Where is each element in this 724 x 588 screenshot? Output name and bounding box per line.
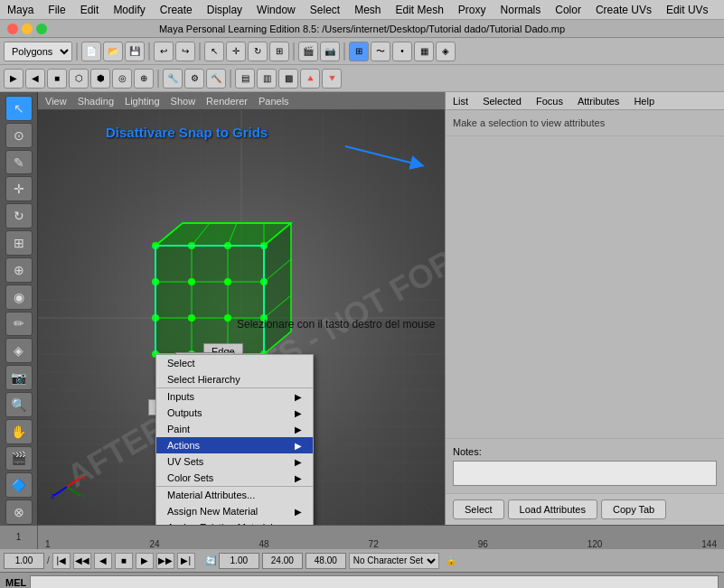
step-fwd-btn[interactable]: ▶▶ <box>156 553 174 569</box>
paint-sel-tool[interactable]: ✎ <box>5 150 33 175</box>
current-time-input[interactable] <box>4 553 44 569</box>
snap-view-btn[interactable]: ◈ <box>436 42 456 61</box>
attr-menu-selected[interactable]: Selected <box>483 96 522 107</box>
scale-tool-btn[interactable]: ⊞ <box>269 42 289 61</box>
menu-edit-mesh[interactable]: Edit Mesh <box>389 2 451 18</box>
play-back-btn[interactable]: ◀ <box>94 553 112 569</box>
menu-edit[interactable]: Edit <box>73 2 107 18</box>
snap-surface-btn[interactable]: ▦ <box>414 42 434 61</box>
move-tool-btn[interactable]: ✛ <box>226 42 246 61</box>
t2-btn7[interactable]: ⊕ <box>134 69 154 89</box>
snap-point-btn[interactable]: • <box>392 42 412 61</box>
t2-btn13[interactable]: ▩ <box>278 69 298 89</box>
t2-btn9[interactable]: ⚙ <box>184 69 204 89</box>
attr-menu-attributes[interactable]: Attributes <box>578 96 619 107</box>
snap-grid-btn[interactable]: ⊞ <box>349 42 369 61</box>
play-fwd-btn[interactable]: ▶ <box>136 553 154 569</box>
vp-menu-shading[interactable]: Shading <box>78 96 114 107</box>
t2-btn1[interactable]: ▶ <box>4 69 24 89</box>
select-button[interactable]: Select <box>453 499 504 519</box>
ipr-btn[interactable]: 📷 <box>320 42 340 61</box>
menu-normals[interactable]: Normals <box>494 2 549 18</box>
vp-menu-show[interactable]: Show <box>171 96 196 107</box>
menu-maya[interactable]: Maya <box>0 2 41 18</box>
t2-btn2[interactable]: ◀ <box>25 69 45 89</box>
sculpt-tool[interactable]: ✏ <box>5 312 33 337</box>
ctx-assign-new[interactable]: Assign New Material▶ <box>156 503 313 519</box>
menu-proxy[interactable]: Proxy <box>451 2 494 18</box>
menu-color[interactable]: Color <box>548 2 588 18</box>
snap-curve-btn[interactable]: 〜 <box>371 42 390 61</box>
attr-menu-focus[interactable]: Focus <box>536 96 563 107</box>
t2-btn4[interactable]: ⬡ <box>69 69 89 89</box>
menu-create-uvs[interactable]: Create UVs <box>588 2 659 18</box>
open-file-btn[interactable]: 📂 <box>103 42 123 61</box>
t2-btn3[interactable]: ■ <box>47 69 67 89</box>
t2-btn5[interactable]: ⬢ <box>90 69 110 89</box>
menu-mesh[interactable]: Mesh <box>347 2 388 18</box>
new-file-btn[interactable]: 📄 <box>81 42 101 61</box>
load-attributes-button[interactable]: Load Attributes <box>508 499 597 519</box>
show-manip[interactable]: ◈ <box>5 338 33 363</box>
render-region[interactable]: 🎬 <box>5 446 33 471</box>
lasso-tool[interactable]: ⊙ <box>5 123 33 148</box>
maximize-button[interactable] <box>36 23 47 34</box>
split-poly[interactable]: ⊗ <box>5 499 33 525</box>
render-btn[interactable]: 🎬 <box>298 42 318 61</box>
redo-btn[interactable]: ↪ <box>175 42 195 61</box>
range-start-input[interactable] <box>262 553 303 569</box>
ctx-paint[interactable]: Paint▶ <box>156 421 313 437</box>
soft-mod-tool[interactable]: ◉ <box>5 285 33 310</box>
t2-btn10[interactable]: 🔨 <box>206 69 226 89</box>
vp-menu-renderer[interactable]: Renderer <box>206 96 248 107</box>
vp-menu-panels[interactable]: Panels <box>259 96 289 107</box>
go-start-btn[interactable]: |◀ <box>52 553 71 569</box>
vp-menu-lighting[interactable]: Lighting <box>125 96 160 107</box>
zoom-tool[interactable]: 🔍 <box>5 392 33 417</box>
minimize-button[interactable] <box>22 23 33 34</box>
go-end-btn[interactable]: ▶| <box>177 553 195 569</box>
universal-manip[interactable]: ⊕ <box>5 257 33 283</box>
close-button[interactable] <box>7 23 18 34</box>
ctx-uv-sets[interactable]: UV Sets▶ <box>156 453 313 470</box>
undo-btn[interactable]: ↩ <box>154 42 174 61</box>
mode-dropdown[interactable]: Polygons <box>4 42 72 61</box>
rotate-tool2[interactable]: ↻ <box>5 203 33 229</box>
t2-btn14[interactable]: 🔺 <box>300 69 320 89</box>
attr-menu-list[interactable]: List <box>453 96 468 107</box>
ctx-select[interactable]: Select <box>156 355 313 371</box>
stop-btn[interactable]: ■ <box>115 553 133 569</box>
ctx-material-attr[interactable]: Material Attributes... <box>156 487 313 503</box>
t2-btn8[interactable]: 🔧 <box>163 69 183 89</box>
menu-display[interactable]: Display <box>200 2 249 18</box>
ctx-outputs[interactable]: Outputs▶ <box>156 405 313 421</box>
camera-tool[interactable]: 📷 <box>5 365 33 390</box>
save-btn[interactable]: 💾 <box>125 42 145 61</box>
t2-btn6[interactable]: ◎ <box>112 69 132 89</box>
ctx-color-sets[interactable]: Color Sets▶ <box>156 470 313 486</box>
rotate-tool-btn[interactable]: ↻ <box>248 42 268 61</box>
menu-file[interactable]: File <box>41 2 72 18</box>
menu-select[interactable]: Select <box>303 2 347 18</box>
menu-modify[interactable]: Modify <box>106 2 152 18</box>
menu-create[interactable]: Create <box>153 2 200 18</box>
frame-start-input[interactable] <box>219 553 259 569</box>
notes-input[interactable] <box>453 461 717 486</box>
select-tool-btn[interactable]: ↖ <box>204 42 224 61</box>
ctx-select-hierarchy[interactable]: Select Hierarchy <box>156 371 313 387</box>
ctx-actions[interactable]: Actions▶ <box>156 437 313 453</box>
attr-menu-help[interactable]: Help <box>634 96 654 107</box>
vp-menu-view[interactable]: View <box>45 96 67 107</box>
scale-tool2[interactable]: ⊞ <box>5 230 33 256</box>
menu-edit-uvs[interactable]: Edit UVs <box>659 2 716 18</box>
step-back-btn[interactable]: ◀◀ <box>73 553 91 569</box>
select-tool[interactable]: ↖ <box>5 96 33 121</box>
character-set-dropdown[interactable]: No Character Set <box>349 553 439 569</box>
pan-tool[interactable]: ✋ <box>5 419 33 444</box>
mel-input[interactable] <box>30 575 719 589</box>
create-polygon[interactable]: 🔷 <box>5 472 33 498</box>
copy-tab-button[interactable]: Copy Tab <box>601 499 666 519</box>
t2-btn11[interactable]: ▤ <box>235 69 255 89</box>
timeline-ruler[interactable]: 1 24 48 72 96 120 144 <box>38 526 724 549</box>
t2-btn12[interactable]: ▥ <box>257 69 277 89</box>
